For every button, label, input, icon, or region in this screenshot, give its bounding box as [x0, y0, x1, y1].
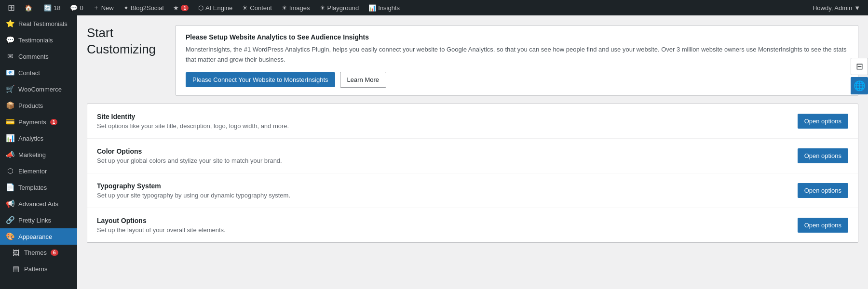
- wp-logo-icon: ⊞: [8, 2, 15, 13]
- option-title-color-options: Color Options: [97, 147, 282, 155]
- ai-engine-item[interactable]: ⬡ AI Engine: [194, 0, 236, 15]
- sidebar-item-patterns[interactable]: ▤ Patterns: [0, 261, 77, 277]
- sidebar-label-analytics: Analytics: [18, 135, 43, 142]
- templates-icon: 📄: [6, 183, 14, 192]
- sidebar-item-pretty-links[interactable]: 🔗 Pretty Links: [0, 212, 77, 228]
- playground-item[interactable]: ☀ Playground: [316, 0, 363, 15]
- sidebar-item-elementor[interactable]: ⬡ Elementor: [0, 163, 77, 179]
- option-title-typography: Typography System: [97, 182, 290, 190]
- pretty-links-icon: 🔗: [6, 216, 14, 224]
- option-desc-site-identity: Set options like your site title, descri…: [97, 122, 289, 130]
- options-list: Site Identity Set options like your site…: [87, 104, 858, 243]
- payments-badge: 1: [50, 119, 58, 125]
- sidebar-label-advanced-ads: Advanced Ads: [18, 200, 58, 208]
- comments-item[interactable]: 💬 0: [66, 0, 87, 15]
- blog2social-item[interactable]: ✦ Blog2Social: [120, 0, 168, 15]
- sidebar-label-contact: Contact: [18, 69, 40, 77]
- content-item[interactable]: ☀ Content: [238, 0, 276, 15]
- open-options-layout-options[interactable]: Open options: [798, 218, 848, 233]
- images-item[interactable]: ☀ Images: [278, 0, 314, 15]
- sidebar-item-advanced-ads[interactable]: 📢 Advanced Ads: [0, 196, 77, 212]
- right-float-icons: ⊟ 🌐: [851, 58, 868, 94]
- sidebar-label-woocommerce: WooCommerce: [18, 86, 62, 93]
- sidebar-label-marketing: Marketing: [18, 151, 46, 158]
- contact-icon: 📧: [6, 68, 14, 77]
- sidebar-item-products[interactable]: 📦 Products: [0, 97, 77, 114]
- sidebar-item-real-testimonials[interactable]: ⭐ Real Testimonials: [0, 15, 77, 32]
- option-row-color-options: Color Options Set up your global colors …: [87, 139, 858, 173]
- sidebar-item-payments[interactable]: 💳 Payments 1: [0, 114, 77, 130]
- sidebar-item-testimonials[interactable]: 💬 Testimonials: [0, 32, 77, 48]
- themes-icon: 🖼: [12, 249, 20, 257]
- option-title-layout-options: Layout Options: [97, 217, 226, 224]
- sidebar-label-appearance: Appearance: [18, 233, 52, 240]
- sidebar-item-templates[interactable]: 📄 Templates: [0, 179, 77, 196]
- sidebar-item-comments[interactable]: ✉ Comments: [0, 48, 77, 65]
- option-info-typography: Typography System Set up your site typog…: [97, 182, 290, 199]
- woocommerce-icon: 🛒: [6, 85, 14, 93]
- sidebar-item-contact[interactable]: 📧 Contact: [0, 65, 77, 81]
- playground-icon: ☀: [320, 4, 326, 12]
- sidebar: ⭐ Real Testimonials 💬 Testimonials ✉ Com…: [0, 15, 77, 289]
- payments-icon: 💳: [6, 118, 14, 126]
- right-icon-1[interactable]: ⊟: [851, 58, 868, 75]
- patterns-icon: ▤: [12, 264, 20, 273]
- option-row-layout-options: Layout Options Set up the layout of your…: [87, 208, 858, 242]
- plus-icon: ＋: [93, 3, 99, 12]
- option-info-color-options: Color Options Set up your global colors …: [97, 147, 282, 164]
- option-info-site-identity: Site Identity Set options like your site…: [97, 113, 289, 130]
- sidebar-item-analytics[interactable]: 📊 Analytics: [0, 130, 77, 146]
- sidebar-label-patterns: Patterns: [24, 265, 47, 273]
- advanced-ads-icon: 📢: [6, 199, 14, 208]
- user-avatar-icon: ▼: [854, 4, 860, 12]
- option-desc-typography: Set up your site typography by using our…: [97, 192, 290, 199]
- updates-item[interactable]: 🔄 Howdy, Admin 18: [40, 0, 64, 15]
- option-title-site-identity: Site Identity: [97, 113, 289, 120]
- user-greeting-label: Howdy, Admin: [813, 4, 852, 12]
- comments-icon: 💬: [70, 4, 78, 12]
- yoast-item[interactable]: ★ 1: [169, 0, 192, 15]
- sidebar-label-themes: Themes: [24, 249, 47, 256]
- option-row-typography: Typography System Set up your site typog…: [87, 173, 858, 208]
- products-icon: 📦: [6, 101, 14, 110]
- sidebar-label-comments: Comments: [18, 53, 49, 60]
- main-content: Start Customizing Please Setup Website A…: [77, 15, 868, 289]
- sidebar-item-themes[interactable]: 🖼 Themes 6: [0, 245, 77, 261]
- analytics-banner-desc: MonsterInsights, the #1 WordPress Analyt…: [186, 45, 848, 65]
- sidebar-label-templates: Templates: [18, 184, 47, 191]
- analytics-banner-title: Please Setup Website Analytics to See Au…: [186, 33, 848, 41]
- real-testimonials-icon: ⭐: [6, 19, 14, 28]
- open-options-typography[interactable]: Open options: [798, 183, 848, 198]
- start-customizing-area: Start Customizing Please Setup Website A…: [87, 25, 858, 96]
- content-icon: ☀: [242, 4, 248, 12]
- open-options-color-options[interactable]: Open options: [798, 148, 848, 163]
- insights-item[interactable]: 📊 Insights: [365, 0, 404, 15]
- learn-more-button[interactable]: Learn More: [340, 72, 386, 88]
- user-greeting[interactable]: Howdy, Admin ▼: [809, 0, 864, 15]
- analytics-icon: 📊: [6, 134, 14, 143]
- sidebar-label-real-testimonials: Real Testimonials: [18, 20, 68, 27]
- site-name-item[interactable]: 🏠: [21, 0, 38, 15]
- updates-icon: 🔄: [44, 4, 52, 12]
- sidebar-item-marketing[interactable]: 📣 Marketing: [0, 146, 77, 163]
- open-options-site-identity[interactable]: Open options: [798, 114, 848, 129]
- new-item[interactable]: ＋ New: [89, 0, 118, 15]
- comments-sidebar-icon: ✉: [6, 52, 14, 61]
- start-customizing-title: Start Customizing: [87, 25, 164, 58]
- appearance-icon: 🎨: [6, 232, 14, 241]
- wp-logo-item[interactable]: ⊞: [4, 0, 19, 15]
- right-icon-2[interactable]: 🌐: [851, 77, 868, 94]
- sidebar-label-products: Products: [18, 102, 43, 109]
- sidebar-item-appearance[interactable]: 🎨 Appearance: [0, 228, 77, 245]
- themes-badge: 6: [51, 250, 58, 256]
- option-row-site-identity: Site Identity Set options like your site…: [87, 104, 858, 139]
- yoast-icon: ★: [173, 4, 179, 12]
- analytics-banner-actions: Please Connect Your Website to MonsterIn…: [186, 72, 848, 88]
- sidebar-item-woocommerce[interactable]: 🛒 WooCommerce: [0, 81, 77, 97]
- elementor-icon: ⬡: [6, 167, 14, 175]
- ai-engine-icon: ⬡: [198, 4, 203, 12]
- marketing-icon: 📣: [6, 150, 14, 159]
- option-info-layout-options: Layout Options Set up the layout of your…: [97, 217, 226, 234]
- connect-monsterinsights-button[interactable]: Please Connect Your Website to MonsterIn…: [186, 72, 335, 87]
- images-icon: ☀: [282, 4, 287, 12]
